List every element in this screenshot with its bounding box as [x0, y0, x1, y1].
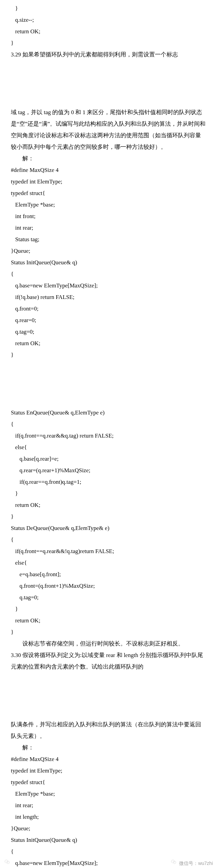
document-body: } q.size--; return OK; } 3.29 如果希望循环队列中的…: [0, 0, 217, 868]
